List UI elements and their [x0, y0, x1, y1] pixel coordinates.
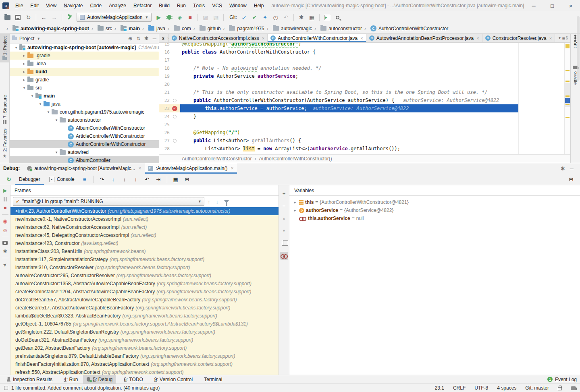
stack-frame-row[interactable]: instantiateClass:203, BeanUtils(org.spri… — [10, 247, 279, 255]
gutter-line[interactable]: 22 — [159, 96, 180, 104]
tree-node[interactable]: ▾ java — [10, 100, 159, 108]
close-icon[interactable] — [476, 36, 479, 41]
gear-icon[interactable]: ✱ — [561, 166, 565, 172]
hidden-tabs-dropdown[interactable]: ▼ ≡ 6 — [556, 34, 571, 42]
tree-chevron-icon[interactable]: ▸ — [21, 78, 27, 82]
expand-chevron-icon[interactable]: ▸ — [293, 200, 297, 204]
step-icon[interactable]: ↷ — [97, 175, 107, 184]
menu-item[interactable]: View — [42, 0, 60, 11]
back-icon[interactable]: ← — [39, 12, 49, 22]
code-line[interactable]: @GetMapping("/") — [180, 129, 564, 137]
menu-item[interactable]: VCS — [208, 0, 226, 11]
change-mark[interactable] — [565, 104, 570, 105]
remove-watch-icon[interactable]: − — [280, 202, 288, 210]
layout-menu-icon[interactable]: ≡ — [80, 175, 89, 184]
code-area[interactable]: @RequestMapping("authorswithconstructor"… — [180, 43, 564, 154]
editor-tab[interactable]: AuthorControllerWithConstructor.java — [268, 34, 366, 42]
maximize-button[interactable]: □ — [543, 0, 561, 11]
breadcrumb-class[interactable]: AuthorControllerWithConstructor — [182, 156, 252, 162]
editor-gutter[interactable]: 1516171819202122232425262728 — [159, 43, 180, 154]
menu-item[interactable]: Edit — [27, 0, 42, 11]
git-update-icon[interactable]: ↙ — [239, 12, 249, 22]
tree-node[interactable]: ▾ autowired — [10, 148, 159, 156]
tool-window-button[interactable]: 6: TODO — [118, 375, 147, 384]
stack-frame-row[interactable]: createBean:517, AbstractAutowireCapableB… — [10, 304, 279, 312]
minimize-button[interactable]: ─ — [524, 0, 543, 11]
add-watch-icon[interactable]: + — [280, 189, 288, 197]
step-icon[interactable]: ↓ — [120, 175, 129, 184]
code-line[interactable]: public AuthorControllerWithConstructor(A… — [180, 96, 564, 104]
coverage-icon[interactable]: ◈ — [175, 12, 185, 22]
filter-icon[interactable] — [224, 200, 229, 203]
tree-node[interactable]: ▾ com.github.pagram1975.autowiremagic — [10, 108, 159, 116]
breadcrumb-item[interactable]: autowiremagic — [264, 26, 312, 31]
status-widget[interactable]: UTF-8 — [474, 385, 488, 391]
stack-frame-row[interactable]: doGetBean:321, AbstractBeanFactory(org.s… — [10, 336, 279, 344]
code-line[interactable]: /* This is the only constructor availabl… — [180, 88, 564, 96]
status-widget[interactable]: Git: master — [525, 385, 549, 391]
menu-item[interactable]: Refactor — [130, 0, 155, 11]
change-mark[interactable] — [565, 117, 570, 118]
tree-chevron-icon[interactable]: ▾ — [21, 86, 27, 90]
menu-item[interactable]: Build — [155, 0, 173, 11]
gutter-line[interactable]: 23 — [159, 104, 180, 112]
tree-node[interactable]: ▸ .idea — [10, 60, 159, 68]
tree-node[interactable]: ▾ autowiring-magic-spring-boot [autowire… — [10, 44, 159, 52]
sidebar-tab-structure[interactable]: 7: Structure — [0, 93, 9, 126]
collapse-all-icon[interactable]: ⇅ — [137, 36, 140, 41]
breadcrumb-item[interactable]: main — [112, 26, 140, 31]
gutter-line[interactable]: 19 — [159, 72, 180, 80]
menu-item[interactable]: Navigate — [60, 0, 86, 11]
tree-chevron-icon[interactable]: ▸ — [21, 70, 27, 74]
profiler-icon[interactable]: ▨ — [200, 12, 210, 22]
step-icon[interactable]: ⇥ — [154, 175, 163, 184]
editor-tab-clipped[interactable]: s — [159, 34, 169, 42]
frame-up-icon[interactable]: ↑ — [208, 199, 210, 205]
sidebar-tab-favorites[interactable]: 2: Favorites ★ — [0, 126, 9, 161]
code-viewport[interactable]: 1516171819202122232425262728 @RequestMap… — [159, 43, 570, 154]
git-cherry-pick-icon[interactable]: ✦ — [260, 12, 270, 22]
breadcrumb-item[interactable]: github — [191, 26, 221, 31]
stack-frame-row[interactable]: finishBeanFactoryInitialization:878, Abs… — [10, 360, 279, 368]
gutter-line[interactable]: 15 — [159, 43, 180, 48]
tool-window-button[interactable]: Inspection Results — [3, 375, 56, 384]
chevron-down-icon[interactable]: ▼ — [37, 37, 40, 41]
gutter-line[interactable]: 17 — [159, 56, 180, 64]
pause-icon[interactable] — [4, 197, 7, 201]
stack-frame-row[interactable]: newInstance0:-1, NativeConstructorAccess… — [10, 215, 279, 223]
project-structure-icon[interactable]: ▦ — [307, 12, 317, 22]
gutter-line[interactable]: 21 — [159, 88, 180, 96]
resume-icon[interactable]: ▶ — [3, 188, 7, 193]
breadcrumb-item[interactable]: AuthorControllerWithConstructor — [362, 25, 448, 31]
stack-frame-row[interactable]: refresh:550, AbstractApplicationContext(… — [10, 368, 279, 375]
tool-window-button[interactable]: 5: Debug — [83, 375, 116, 384]
code-line[interactable] — [180, 80, 564, 88]
code-line[interactable]: /* Note - No autowired annotation needed… — [180, 64, 564, 72]
gutter-line[interactable]: 18 — [159, 64, 180, 72]
breadcrumb-item[interactable]: com — [165, 26, 191, 31]
debug-session-tab[interactable]: autowiring-magic-spring-boot [AutowireMa… — [24, 163, 144, 174]
stack-frame-row[interactable]: autowireConstructor:295, ConstructorReso… — [10, 272, 279, 280]
tool-window-button[interactable]: Terminal — [198, 375, 226, 384]
stack-frame-row[interactable]: newInstance:62, NativeConstructorAccesso… — [10, 223, 279, 231]
stack-frame-row[interactable]: getBean:202, AbstractBeanFactory(org.spr… — [10, 344, 279, 352]
code-line[interactable]: List<Author> list = new ArrayList<>(auth… — [180, 145, 564, 153]
build-icon[interactable] — [64, 12, 75, 22]
step-icon[interactable]: ↓ — [108, 175, 118, 184]
expand-chevron-icon[interactable]: ▸ — [293, 208, 297, 212]
run-icon[interactable]: ▶ — [154, 12, 164, 22]
debugger-settings-icon[interactable]: ✱ — [3, 249, 7, 254]
fold-icon[interactable] — [173, 115, 177, 118]
tree-chevron-icon[interactable]: ▾ — [37, 102, 44, 106]
settings-wrench-icon[interactable]: ✱ — [296, 12, 306, 22]
change-mark[interactable] — [565, 95, 570, 97]
stack-frame-row[interactable]: lambda$doGetBean$0:323, AbstractBeanFact… — [10, 312, 279, 320]
save-icon[interactable] — [13, 12, 23, 22]
project-panel-title[interactable]: Project — [19, 36, 34, 41]
close-icon[interactable] — [138, 166, 141, 171]
close-button[interactable]: × — [561, 0, 580, 11]
locate-file-icon[interactable]: ⊕ — [128, 35, 133, 41]
menu-item[interactable]: Analyze — [105, 0, 130, 11]
stack-frame-row[interactable]: newInstance:423, Constructor(java.lang.r… — [10, 239, 279, 247]
open-icon[interactable] — [2, 12, 12, 22]
